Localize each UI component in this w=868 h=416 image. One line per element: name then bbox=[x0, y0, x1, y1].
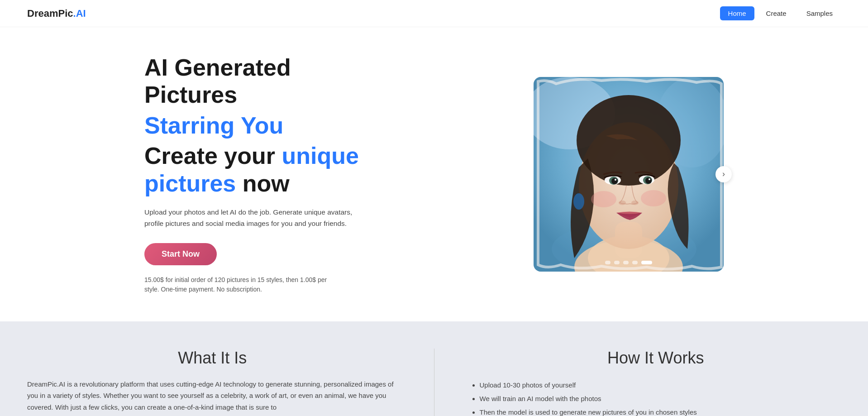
how-step-2: We will train an AI model with the photo… bbox=[480, 392, 841, 406]
svg-point-16 bbox=[649, 178, 650, 180]
hero-image-carousel: › bbox=[534, 77, 724, 272]
hero-section: AI Generated Pictures Starring You Creat… bbox=[117, 27, 751, 321]
dot-1[interactable] bbox=[605, 261, 610, 264]
dot-3[interactable] bbox=[623, 261, 629, 264]
start-now-button[interactable]: Start Now bbox=[144, 243, 217, 265]
svg-point-15 bbox=[615, 179, 616, 181]
how-it-works-title: How It Works bbox=[471, 349, 841, 368]
dot-2[interactable] bbox=[614, 261, 620, 264]
hero-description: Upload your photos and let AI do the job… bbox=[144, 207, 357, 230]
logo: DreamPic.AI bbox=[27, 8, 86, 19]
svg-point-20 bbox=[641, 190, 666, 206]
svg-point-8 bbox=[577, 95, 681, 186]
how-it-works-list: Upload 10-30 photos of yourself We will … bbox=[471, 378, 841, 416]
info-section: What It Is DreamPic.AI is a revolutionar… bbox=[0, 321, 868, 416]
section-divider bbox=[434, 349, 434, 416]
carousel-dots bbox=[605, 261, 652, 264]
svg-point-17 bbox=[619, 201, 626, 205]
what-it-is-title: What It Is bbox=[27, 349, 398, 368]
nav-create[interactable]: Create bbox=[758, 6, 795, 20]
carousel bbox=[534, 77, 724, 272]
nav-links: Home Create Samples bbox=[720, 6, 841, 20]
logo-text: DreamPic bbox=[27, 8, 73, 19]
logo-suffix: .AI bbox=[73, 8, 86, 19]
hero-title-line3: Create your unique bbox=[144, 143, 380, 170]
svg-point-19 bbox=[591, 191, 616, 207]
hero-pricing: 15.00$ for initial order of 120 pictures… bbox=[144, 275, 334, 294]
hero-content: AI Generated Pictures Starring You Creat… bbox=[144, 54, 380, 294]
svg-point-18 bbox=[631, 201, 639, 205]
how-step-3: Then the model is used to generate new p… bbox=[480, 406, 841, 416]
how-step-1: Upload 10-30 photos of yourself bbox=[480, 378, 841, 392]
dot-4[interactable] bbox=[632, 261, 638, 264]
what-it-is-description: DreamPic.AI is a revolutionary platform … bbox=[27, 378, 398, 413]
dot-5[interactable] bbox=[641, 261, 652, 264]
how-it-works-section: How It Works Upload 10-30 photos of your… bbox=[471, 349, 841, 416]
portrait-illustration bbox=[534, 77, 724, 272]
what-it-is-section: What It Is DreamPic.AI is a revolutionar… bbox=[27, 349, 398, 416]
svg-point-21 bbox=[573, 193, 584, 210]
hero-title-line2: Starring You bbox=[144, 112, 380, 139]
carousel-next-button[interactable]: › bbox=[715, 166, 732, 182]
nav-samples[interactable]: Samples bbox=[798, 6, 841, 20]
svg-point-13 bbox=[611, 178, 618, 184]
svg-point-14 bbox=[645, 177, 652, 184]
hero-title-line4: pictures now bbox=[144, 170, 380, 197]
nav-home[interactable]: Home bbox=[720, 6, 754, 20]
hero-title-line1: AI Generated Pictures bbox=[144, 54, 380, 109]
navbar: DreamPic.AI Home Create Samples bbox=[0, 0, 868, 27]
